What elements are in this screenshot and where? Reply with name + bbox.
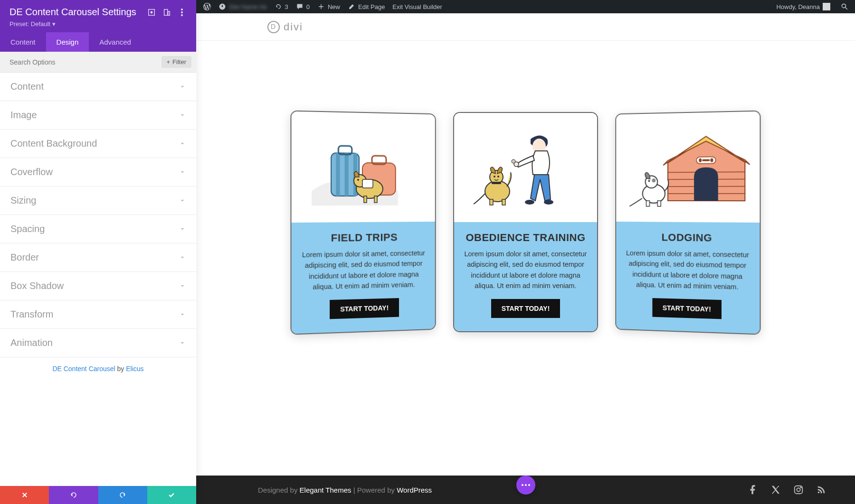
section-sizing[interactable]: Sizing (0, 187, 196, 215)
chevron-down-icon (179, 311, 186, 318)
wp-dashboard[interactable]: Site Name Ab (215, 0, 271, 13)
platform-link[interactable]: WordPress (397, 486, 432, 494)
cancel-button[interactable] (0, 486, 49, 504)
card-title: LODGING (625, 231, 751, 245)
search-row: + Filter (0, 52, 196, 73)
wp-updates[interactable]: 3 (271, 0, 292, 13)
chevron-down-icon (179, 169, 186, 176)
card-image (454, 113, 597, 222)
svg-rect-30 (490, 199, 493, 205)
divi-logo[interactable]: D divi (210, 21, 303, 33)
svg-point-1 (151, 11, 152, 13)
dog-training-illustration (469, 122, 583, 213)
section-box-shadow[interactable]: Box Shadow (0, 272, 196, 300)
refresh-icon (275, 3, 282, 10)
check-icon (168, 491, 175, 499)
divi-d-icon: D (267, 21, 280, 33)
wp-new[interactable]: New (314, 0, 344, 13)
svg-point-16 (357, 179, 359, 181)
svg-rect-38 (702, 159, 710, 161)
section-transform[interactable]: Transform (0, 300, 196, 329)
section-animation[interactable]: Animation (0, 329, 196, 357)
dog-house-illustration (626, 124, 750, 211)
svg-point-37 (699, 159, 702, 162)
svg-rect-19 (362, 179, 372, 188)
svg-rect-8 (336, 153, 340, 196)
search-icon (841, 3, 848, 10)
card-image (292, 112, 435, 223)
more-icon[interactable] (177, 8, 187, 17)
rss-icon[interactable] (816, 485, 826, 495)
svg-point-43 (648, 180, 650, 182)
wp-search[interactable] (839, 0, 850, 13)
section-content-background[interactable]: Content Background (0, 130, 196, 158)
card-description: Lorem ipsum dolor sit amet, consectetur … (625, 248, 751, 293)
fab-button[interactable] (516, 476, 535, 495)
svg-rect-31 (502, 199, 505, 205)
search-input[interactable] (10, 58, 162, 66)
responsive-icon[interactable] (162, 8, 171, 17)
tab-advanced[interactable]: Advanced (89, 32, 142, 52)
card-cta-button[interactable]: START TODAY! (652, 298, 722, 319)
dog-suitcase-illustration (306, 124, 421, 211)
undo-button[interactable] (49, 486, 98, 504)
save-button[interactable] (147, 486, 196, 504)
theme-link[interactable]: Elegant Themes (300, 486, 352, 494)
credit-author-link[interactable]: Elicus (126, 365, 143, 373)
svg-point-4 (181, 9, 183, 10)
carousel-card[interactable]: LODGING Lorem ipsum dolor sit amet, cons… (615, 111, 760, 335)
carousel: FIELD TRIPS Lorem ipsum dolor sit amet, … (196, 41, 855, 351)
chevron-down-icon (179, 226, 186, 233)
section-border[interactable]: Border (0, 243, 196, 272)
preset-label: Preset: Default (10, 20, 50, 28)
wp-logo[interactable] (200, 0, 215, 13)
redo-button[interactable] (98, 486, 147, 504)
tab-content[interactable]: Content (0, 32, 46, 52)
wp-exit-builder[interactable]: Exit Visual Builder (389, 0, 446, 13)
redo-icon (119, 491, 126, 499)
logo-text: divi (284, 21, 303, 33)
edit-page-label: Edit Page (358, 3, 385, 10)
undo-icon (70, 491, 77, 499)
avatar-icon (823, 3, 830, 10)
carousel-card[interactable]: FIELD TRIPS Lorem ipsum dolor sit amet, … (290, 111, 436, 335)
comments-count: 0 (306, 3, 310, 10)
svg-rect-3 (168, 11, 170, 15)
section-image[interactable]: Image (0, 101, 196, 130)
settings-panel: DE Content Carousel Settings Preset: Def… (0, 0, 196, 504)
updates-count: 3 (285, 3, 288, 10)
section-content[interactable]: Content (0, 73, 196, 101)
wordpress-icon (203, 3, 211, 10)
svg-rect-17 (363, 196, 366, 203)
filter-button[interactable]: + Filter (162, 56, 191, 68)
card-cta-button[interactable]: START TODAY! (491, 299, 560, 318)
svg-rect-44 (646, 201, 649, 206)
carousel-card[interactable]: OBEDIENCE TRAINING Lorem ipsum dolor sit… (453, 112, 598, 332)
card-cta-button[interactable]: START TODAY! (330, 298, 399, 319)
wireframe-icon[interactable] (147, 8, 156, 17)
svg-point-22 (512, 159, 515, 163)
wp-howdy[interactable]: Howdy, Deanna (772, 0, 834, 13)
filter-label: Filter (172, 58, 186, 65)
x-icon[interactable] (770, 485, 781, 495)
dashboard-icon (218, 3, 226, 10)
preset-selector[interactable]: Preset: Default ▾ (10, 20, 187, 28)
tab-design[interactable]: Design (46, 32, 89, 52)
wp-edit-page[interactable]: Edit Page (344, 0, 389, 13)
footer-text: Designed by Elegant Themes | Powered by … (210, 486, 432, 494)
panel-credit: DE Content Carousel by Elicus (0, 357, 196, 380)
chevron-down-icon (179, 112, 186, 119)
facebook-icon[interactable] (748, 485, 758, 495)
pencil-icon (348, 3, 355, 10)
credit-module-link[interactable]: DE Content Carousel (52, 365, 115, 373)
accordion: Content Image Content Background Coverfl… (0, 73, 196, 486)
section-spacing[interactable]: Spacing (0, 215, 196, 243)
svg-point-47 (797, 488, 800, 491)
exit-builder-label: Exit Visual Builder (392, 3, 442, 10)
section-coverflow[interactable]: Coverflow (0, 158, 196, 187)
wp-comments[interactable]: 0 (292, 0, 314, 13)
instagram-icon[interactable] (793, 485, 804, 495)
credit-by: by (115, 365, 126, 373)
svg-rect-45 (657, 201, 661, 206)
svg-point-24 (544, 200, 553, 205)
